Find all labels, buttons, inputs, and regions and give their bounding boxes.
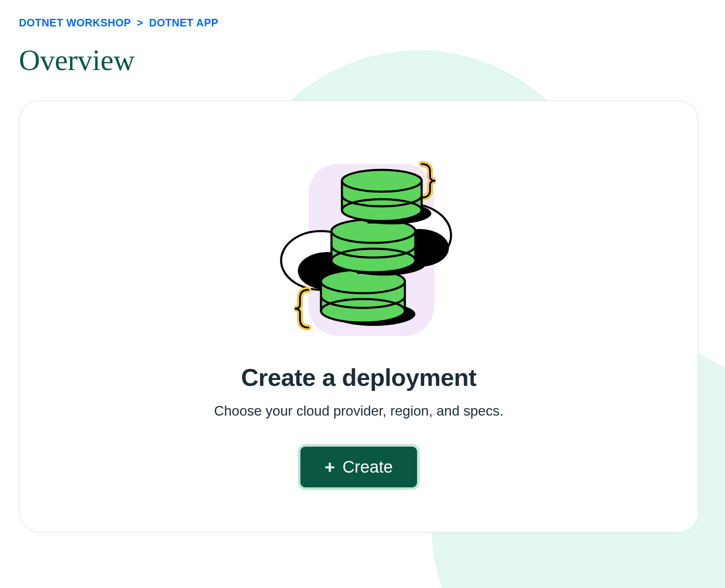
breadcrumb-separator: > [137,17,143,29]
svg-point-14 [331,249,415,272]
svg-point-24 [342,170,422,192]
breadcrumb: DOTNET WORKSHOP > DOTNET APP [19,17,706,29]
empty-state-title: Create a deployment [241,363,476,391]
breadcrumb-current-link[interactable]: DOTNET APP [149,17,218,29]
empty-state-subtitle: Choose your cloud provider, region, and … [214,403,503,419]
database-cloud-illustration [258,143,459,344]
svg-point-7 [321,299,405,323]
page-container: DOTNET WORKSHOP > DOTNET APP Overview [0,0,725,549]
plus-icon: + [325,458,335,476]
breadcrumb-parent-link[interactable]: DOTNET WORKSHOP [19,17,131,29]
create-button-label: Create [342,458,393,476]
create-button[interactable]: + Create [298,444,420,490]
empty-state-card: Create a deployment Choose your cloud pr… [19,100,699,533]
page-title: Overview [19,44,706,77]
